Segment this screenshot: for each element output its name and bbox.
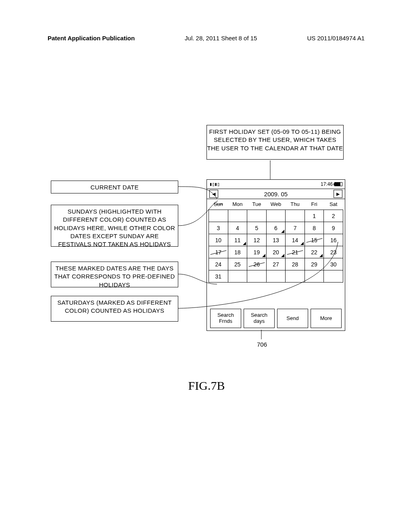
calendar-cell: [228, 270, 247, 283]
weekday-tue: Tue: [247, 200, 267, 210]
calendar-cell[interactable]: 31: [209, 270, 228, 283]
weekday-sun: Sun: [209, 200, 228, 210]
holiday-marker-icon: [281, 254, 284, 257]
holiday-marker-icon: [300, 242, 304, 245]
calendar-cell[interactable]: 10: [209, 234, 228, 246]
ref-706: 706: [257, 341, 267, 348]
weekday-mon: Mon: [228, 200, 247, 210]
calendar-cell[interactable]: 4: [228, 222, 247, 234]
calendar-cell[interactable]: 6: [266, 222, 286, 234]
annotation-marked-dates: THESE MARKED DATES ARE THE DAYS THAT COR…: [51, 262, 178, 287]
calendar-cell[interactable]: 2: [324, 210, 343, 222]
calendar: Sun Mon Tue Web Thu Fri Sat 123456789101…: [207, 199, 345, 283]
weekday-fri: Fri: [305, 200, 324, 210]
status-bar: ▮▯▮▯ 17:46: [207, 180, 345, 189]
calendar-cell[interactable]: 5: [247, 222, 267, 234]
calendar-row: 24252627282930: [209, 258, 343, 270]
softkey-search-frnds[interactable]: Search Frnds: [210, 309, 241, 328]
annotation-top: FIRST HOLIDAY SET (05-09 TO 05-11) BEING…: [206, 125, 344, 160]
calendar-row: 3456789: [209, 222, 343, 234]
calendar-cell[interactable]: 17: [209, 246, 228, 258]
month-nav: ◀ 2009. 05 ▶: [207, 189, 345, 199]
weekday-thu: Thu: [286, 200, 305, 210]
calendar-cell[interactable]: 20: [266, 246, 286, 258]
calendar-cell: [266, 210, 286, 222]
softkey-more[interactable]: More: [311, 309, 342, 328]
calendar-cell[interactable]: 30: [324, 258, 343, 270]
calendar-cell[interactable]: 11: [228, 234, 247, 246]
calendar-cell: [209, 210, 228, 222]
softkey-search-days[interactable]: Search days: [244, 309, 275, 328]
calendar-cell[interactable]: 29: [305, 258, 324, 270]
calendar-cell[interactable]: 9: [324, 222, 343, 234]
calendar-cell[interactable]: 13: [266, 234, 286, 246]
calendar-cell[interactable]: 26: [247, 258, 267, 270]
phone-screen: ▮▯▮▯ 17:46 ◀ 2009. 05 ▶ Sun Mon Tue Web …: [206, 179, 345, 331]
calendar-cell[interactable]: 27: [266, 258, 286, 270]
calendar-cell[interactable]: 15: [305, 234, 324, 246]
calendar-cell[interactable]: 23: [324, 246, 343, 258]
weekday-sat: Sat: [324, 200, 343, 210]
next-month-button[interactable]: ▶: [334, 190, 342, 198]
annotation-current-date: CURRENT DATE: [51, 181, 178, 193]
softkey-row: Search Frnds Search days Send More: [210, 309, 342, 328]
holiday-marker-icon: [319, 254, 323, 257]
calendar-cell: [286, 270, 305, 283]
holiday-marker-icon: [281, 230, 284, 233]
month-label: 2009. 05: [264, 191, 288, 197]
calendar-cell[interactable]: 18: [228, 246, 247, 258]
calendar-cell: [247, 270, 267, 283]
weekday-row: Sun Mon Tue Web Thu Fri Sat: [209, 200, 343, 210]
calendar-cell: [228, 210, 247, 222]
header-left: Patent Application Publication: [48, 35, 135, 42]
signal-icon: ▮▯▮▯: [209, 181, 219, 187]
calendar-cell[interactable]: 21: [286, 246, 305, 258]
prev-month-button[interactable]: ◀: [209, 190, 218, 198]
calendar-cell[interactable]: 14: [286, 234, 305, 246]
page-header: Patent Application Publication Jul. 28, …: [0, 35, 413, 42]
calendar-cell[interactable]: 25: [228, 258, 247, 270]
calendar-row: 31: [209, 270, 343, 283]
calendar-cell[interactable]: 28: [286, 258, 305, 270]
battery-icon: [334, 182, 342, 186]
calendar-cell[interactable]: 7: [286, 222, 305, 234]
status-time: 17:46: [321, 181, 333, 187]
calendar-cell[interactable]: 16: [324, 234, 343, 246]
calendar-cell[interactable]: 8: [305, 222, 324, 234]
calendar-cell: [247, 210, 267, 222]
calendar-cell[interactable]: 19: [247, 246, 267, 258]
calendar-row: 10111213141516: [209, 234, 343, 246]
calendar-cell[interactable]: 22: [305, 246, 324, 258]
calendar-cell[interactable]: 1: [305, 210, 324, 222]
calendar-cell[interactable]: 12: [247, 234, 267, 246]
calendar-cell: [305, 270, 324, 283]
calendar-cell[interactable]: 24: [209, 258, 228, 270]
holiday-marker-icon: [262, 254, 265, 257]
weekday-web: Web: [266, 200, 286, 210]
calendar-cell: [286, 210, 305, 222]
holiday-marker-icon: [243, 242, 246, 245]
calendar-row: 12: [209, 210, 343, 222]
calendar-row: 17181920212223: [209, 246, 343, 258]
annotation-sundays: SUNDAYS (HIGHLIGHTED WITH DIFFERENT COLO…: [51, 205, 178, 247]
calendar-cell: [324, 270, 343, 283]
header-right: US 2011/0184974 A1: [307, 35, 365, 42]
softkey-send[interactable]: Send: [277, 309, 308, 328]
calendar-cell: [266, 270, 286, 283]
figure-caption: FIG.7B: [0, 379, 413, 393]
annotation-saturdays: SATURDAYS (MARKED AS DIFFERENT COLOR) CO…: [51, 296, 178, 322]
calendar-cell[interactable]: 3: [209, 222, 228, 234]
header-mid: Jul. 28, 2011 Sheet 8 of 15: [185, 35, 257, 42]
calendar-table: Sun Mon Tue Web Thu Fri Sat 123456789101…: [209, 200, 343, 283]
